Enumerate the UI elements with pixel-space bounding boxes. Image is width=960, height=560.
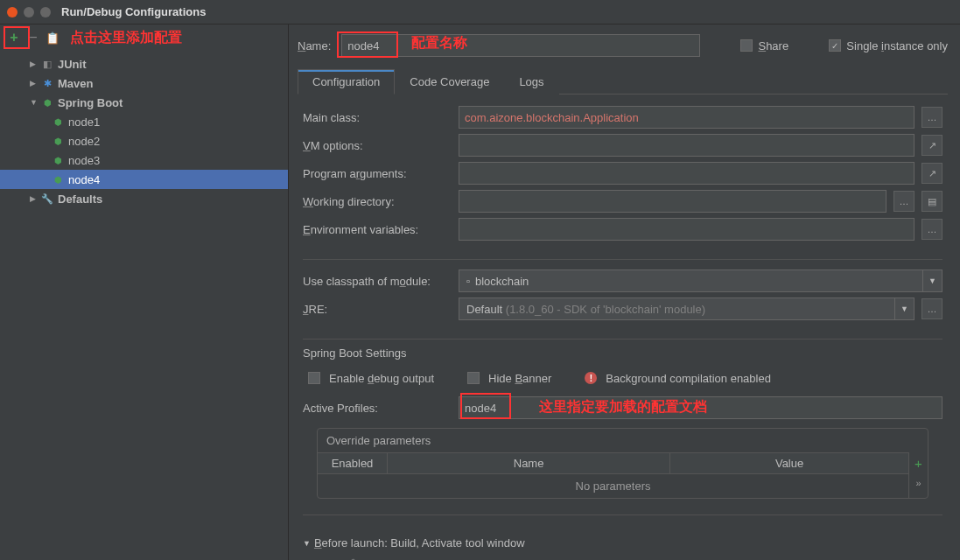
jre-combo[interactable]: Default (1.8.0_60 - SDK of 'blockchain' … — [459, 298, 914, 320]
separator — [303, 339, 942, 340]
wrench-icon: 🔧 — [40, 192, 54, 206]
list-button[interactable]: ▤ — [921, 191, 942, 212]
single-instance-checkbox-group[interactable]: Single instance only — [829, 39, 948, 52]
maven-icon: ✱ — [40, 76, 54, 90]
tab-code-coverage[interactable]: Code Coverage — [395, 69, 504, 94]
add-config-button[interactable]: + — [5, 29, 23, 46]
browse-button[interactable]: … — [921, 298, 942, 319]
browse-button[interactable]: … — [893, 191, 914, 212]
separator — [303, 259, 942, 260]
tree-item-node2[interactable]: ⬢ node2 — [0, 131, 288, 150]
override-side-toolbar: + » — [908, 452, 928, 498]
override-params: Override parameters Enabled Name Value N… — [317, 428, 928, 499]
minimize-icon[interactable] — [24, 7, 34, 18]
sidebar: + − 📋 点击这里添加配置 ◧ JUnit ✱ Maven ⬢ Spring … — [0, 24, 289, 560]
work-dir-label: Working directory: — [303, 195, 452, 208]
tree-item-node4[interactable]: ⬢ node4 — [0, 170, 288, 189]
remove-task-button[interactable]: − — [326, 555, 341, 560]
expand-icon[interactable] — [30, 60, 39, 68]
separator — [303, 514, 942, 515]
tab-logs[interactable]: Logs — [504, 69, 558, 94]
before-launch: ▼ Before launch: Build, Activate tool wi… — [303, 536, 942, 560]
before-launch-header[interactable]: ▼ Before launch: Build, Activate tool wi… — [303, 536, 942, 550]
before-launch-toolbar: + − ✎ ↑ ↓ — [303, 550, 942, 560]
window-controls — [7, 7, 51, 18]
expand-button[interactable]: ↗ — [921, 163, 942, 184]
jre-label: JRE: — [303, 303, 452, 316]
share-label: Share — [758, 39, 788, 52]
name-row: Name: 配置名称 Share Single instance only — [298, 28, 948, 63]
tab-configuration[interactable]: Configuration — [298, 69, 395, 94]
tree-item-spring-boot[interactable]: ⬢ Spring Boot — [0, 93, 288, 112]
col-value: Value — [670, 453, 908, 473]
before-launch-title: Before launch: Build, Activate tool wind… — [314, 536, 525, 550]
tree-item-maven[interactable]: ✱ Maven — [0, 74, 288, 93]
move-down-button[interactable]: ↓ — [389, 555, 404, 560]
content-panel: Name: 配置名称 Share Single instance only Co… — [289, 24, 960, 560]
active-profiles-row: Active Profiles: 这里指定要加载的配置文档 — [303, 396, 942, 419]
work-dir-input[interactable] — [459, 190, 886, 213]
annotation-text: 点击这里添加配置 — [70, 29, 182, 47]
browse-button[interactable]: … — [921, 219, 942, 240]
tree-label: node4 — [68, 173, 100, 186]
name-input[interactable] — [341, 34, 700, 57]
expand-button[interactable]: ↗ — [921, 135, 942, 156]
checkbox-icon[interactable] — [308, 372, 320, 384]
classpath-combo[interactable]: ▫ blockchain ▼ — [459, 270, 942, 292]
config-form: Main class: … VM options: ↗ Program argu… — [298, 94, 948, 560]
tree-label: Spring Boot — [58, 96, 123, 109]
window-title: Run/Debug Configurations — [61, 5, 206, 18]
tree-label: node1 — [68, 116, 100, 129]
spring-icon: ⬢ — [40, 95, 54, 109]
name-label: Name: — [298, 39, 331, 52]
tree-item-defaults[interactable]: 🔧 Defaults — [0, 189, 288, 208]
checkbox-icon[interactable] — [740, 39, 753, 52]
maximize-icon[interactable] — [40, 7, 51, 18]
remove-config-button[interactable]: − — [25, 29, 42, 46]
spring-icon: ⬢ — [51, 134, 65, 148]
tree-item-junit[interactable]: ◧ JUnit — [0, 54, 288, 74]
edit-task-button[interactable]: ✎ — [347, 555, 362, 560]
checkbox-icon[interactable] — [467, 372, 480, 384]
expand-icon[interactable] — [30, 194, 39, 203]
move-up-button[interactable]: ↑ — [368, 555, 383, 560]
tabs: Configuration Code Coverage Logs — [298, 68, 948, 94]
more-button[interactable]: » — [915, 474, 921, 492]
spring-icon: ⬢ — [51, 172, 65, 186]
collapse-icon[interactable] — [30, 98, 39, 107]
vm-options-label: VM options: — [303, 139, 452, 152]
env-vars-input[interactable] — [459, 218, 914, 241]
jre-value: Default (1.8.0_60 - SDK of 'blockchain' … — [466, 303, 705, 316]
close-icon[interactable] — [7, 7, 18, 18]
env-vars-row: Environment variables: … — [303, 215, 942, 243]
tree-label: Defaults — [58, 192, 102, 206]
add-param-button[interactable]: + — [914, 452, 922, 474]
spring-checks: Enable debug output Hide Banner ! Backgr… — [308, 367, 942, 389]
main-class-input[interactable] — [459, 106, 914, 129]
prog-args-label: Program arguments: — [303, 167, 452, 180]
add-task-button[interactable]: + — [305, 555, 320, 560]
col-name: Name — [388, 453, 670, 473]
prog-args-input[interactable] — [459, 162, 914, 185]
expand-icon[interactable] — [30, 79, 39, 88]
jre-row: JRE: Default (1.8.0_60 - SDK of 'blockch… — [303, 295, 942, 323]
spring-settings-title: Spring Boot Settings — [303, 346, 942, 360]
vm-options-row: VM options: ↗ — [303, 131, 942, 159]
sidebar-toolbar: + − 📋 点击这里添加配置 — [0, 24, 288, 51]
no-params: No parameters — [318, 474, 908, 498]
share-checkbox-group[interactable]: Share — [740, 39, 788, 52]
browse-class-button[interactable]: … — [921, 107, 942, 128]
classpath-label: Use classpath of module: — [303, 275, 452, 288]
work-dir-row: Working directory: … ▤ — [303, 187, 942, 215]
spring-icon: ⬢ — [51, 153, 65, 167]
classpath-row: Use classpath of module: ▫ blockchain ▼ — [303, 267, 942, 295]
copy-config-button[interactable]: 📋 — [44, 29, 61, 46]
hide-banner-label: Hide Banner — [488, 372, 551, 385]
checkbox-icon[interactable] — [829, 39, 841, 52]
active-profiles-input[interactable] — [459, 396, 942, 419]
dropdown-icon: ▼ — [894, 298, 914, 319]
enable-debug-label: Enable debug output — [329, 372, 434, 385]
tree-item-node3[interactable]: ⬢ node3 — [0, 150, 288, 170]
tree-item-node1[interactable]: ⬢ node1 — [0, 112, 288, 131]
vm-options-input[interactable] — [459, 134, 914, 157]
